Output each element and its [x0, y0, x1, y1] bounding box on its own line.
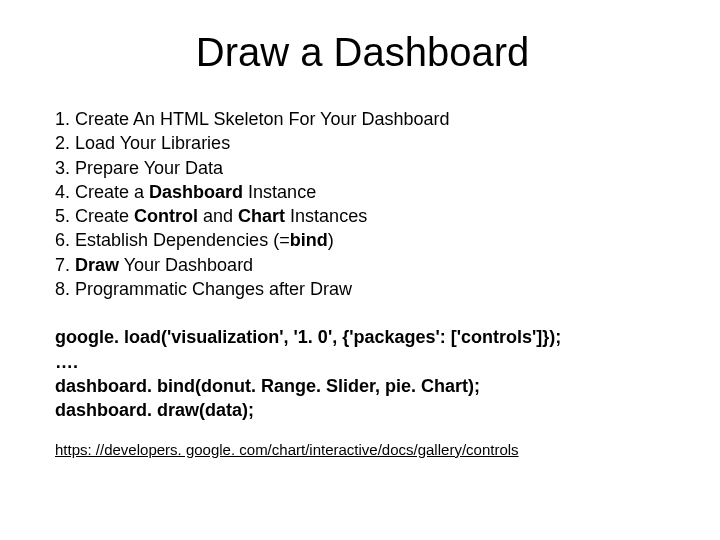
reference-link[interactable]: https: //developers. google. com/chart/i…	[55, 441, 519, 458]
step-5: 5. Create Control and Chart Instances	[55, 204, 670, 228]
step-7-a: 7.	[55, 255, 75, 275]
step-6: 6. Establish Dependencies (=bind)	[55, 228, 670, 252]
code-line-2: ….	[55, 350, 670, 374]
steps-list: 1. Create An HTML Skeleton For Your Dash…	[55, 107, 670, 301]
code-snippet: google. load('visualization', '1. 0', {'…	[55, 325, 670, 422]
step-6-c: )	[328, 230, 334, 250]
step-5-b: Control	[134, 206, 198, 226]
step-6-a: 6. Establish Dependencies (=	[55, 230, 290, 250]
step-2: 2. Load Your Libraries	[55, 131, 670, 155]
page-title: Draw a Dashboard	[55, 30, 670, 75]
step-4-pre: 4. Create a	[55, 182, 149, 202]
step-3: 3. Prepare Your Data	[55, 156, 670, 180]
step-5-d: Chart	[238, 206, 285, 226]
step-5-a: 5. Create	[55, 206, 134, 226]
code-line-4: dashboard. draw(data);	[55, 398, 670, 422]
step-8: 8. Programmatic Changes after Draw	[55, 277, 670, 301]
step-6-b: bind	[290, 230, 328, 250]
step-4-post: Instance	[243, 182, 316, 202]
step-7-c: Your Dashboard	[119, 255, 253, 275]
step-7: 7. Draw Your Dashboard	[55, 253, 670, 277]
step-1: 1. Create An HTML Skeleton For Your Dash…	[55, 107, 670, 131]
code-line-3: dashboard. bind(donut. Range. Slider, pi…	[55, 374, 670, 398]
step-4: 4. Create a Dashboard Instance	[55, 180, 670, 204]
step-5-e: Instances	[285, 206, 367, 226]
step-4-bold: Dashboard	[149, 182, 243, 202]
step-5-c: and	[198, 206, 238, 226]
code-line-1: google. load('visualization', '1. 0', {'…	[55, 325, 670, 349]
reference-link-container: https: //developers. google. com/chart/i…	[55, 441, 670, 459]
step-7-b: Draw	[75, 255, 119, 275]
